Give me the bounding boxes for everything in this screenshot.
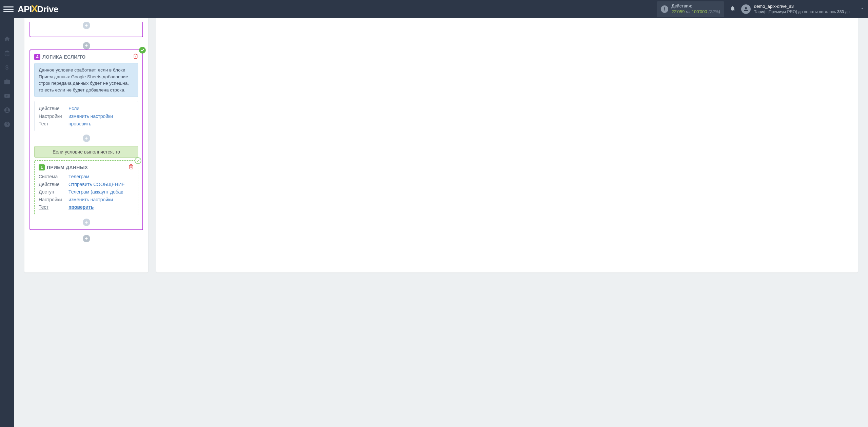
- kv-row: Тестпроверить: [39, 203, 134, 211]
- condition-bar: Если условие выполняется, то: [34, 146, 138, 158]
- tariff-info: Тариф |Премиум PRO| до оплаты осталось 2…: [754, 9, 850, 15]
- username: demo_apix-drive_s3: [754, 4, 850, 9]
- workflow-panel: + + 4 ЛОГИКА ЕСЛИ/ТО Данное условие сраб…: [24, 18, 148, 272]
- logo[interactable]: APIXDrive: [18, 3, 58, 15]
- sidebar-dollar-icon[interactable]: [0, 60, 14, 75]
- kv-row: Настройкиизменить настройки: [39, 113, 134, 120]
- block-title: ПРИЕМ ДАННЫХ: [47, 165, 129, 170]
- hamburger-icon[interactable]: [3, 4, 14, 14]
- kv-row: СистемаТелеграм: [39, 173, 134, 180]
- sidebar-youtube-icon[interactable]: [0, 89, 14, 103]
- step-number: 1: [39, 164, 45, 170]
- settings-box: ДействиеЕсли Настройкиизменить настройки…: [34, 101, 138, 131]
- block-title: ЛОГИКА ЕСЛИ/ТО: [42, 54, 133, 60]
- add-step-button[interactable]: +: [83, 135, 90, 142]
- sidebar: [0, 18, 14, 427]
- add-step-button[interactable]: +: [83, 219, 90, 226]
- content: + + 4 ЛОГИКА ЕСЛИ/ТО Данное условие сраб…: [14, 18, 868, 427]
- kv-row: ДоступТелеграм (аккаунт добав: [39, 188, 134, 196]
- main-panel: [156, 18, 858, 272]
- add-block-button[interactable]: +: [83, 235, 90, 242]
- kv-row: ДействиеЕсли: [39, 105, 134, 112]
- sidebar-briefcase-icon[interactable]: [0, 75, 14, 89]
- kv-row: Настройкиизменить настройки: [39, 196, 134, 203]
- info-box: Данное условие сработает, если в блоке П…: [34, 63, 138, 97]
- check-outline-icon: [135, 157, 141, 164]
- check-icon: [139, 47, 146, 54]
- avatar-icon: [741, 4, 751, 14]
- bell-icon[interactable]: [730, 5, 736, 13]
- sidebar-user-icon[interactable]: [0, 103, 14, 117]
- actions-counter[interactable]: i Действия: 22'059 из 100'000 (22%): [657, 1, 724, 17]
- sidebar-help-icon[interactable]: [0, 117, 14, 131]
- workflow-block-nested: 1 ПРИЕМ ДАННЫХ СистемаТелеграм ДействиеО…: [34, 160, 138, 215]
- user-menu[interactable]: demo_apix-drive_s3 Тариф |Премиум PRO| д…: [741, 4, 865, 15]
- kv-row: ДействиеОтправить СООБЩЕНИЕ: [39, 181, 134, 188]
- header: APIXDrive i Действия: 22'059 из 100'000 …: [0, 0, 868, 18]
- step-number: 4: [34, 54, 40, 60]
- trash-icon[interactable]: [129, 164, 134, 171]
- workflow-block-logic: 4 ЛОГИКА ЕСЛИ/ТО Данное условие сработае…: [29, 49, 143, 230]
- add-step-button[interactable]: +: [83, 22, 90, 29]
- kv-row: Тестпроверить: [39, 120, 134, 127]
- sidebar-home-icon[interactable]: [0, 32, 14, 46]
- info-icon: i: [661, 5, 668, 13]
- actions-label: Действия:: [672, 3, 720, 9]
- add-block-button[interactable]: +: [83, 42, 90, 49]
- sidebar-sitemap-icon[interactable]: [0, 46, 14, 60]
- workflow-block-top: +: [29, 22, 143, 37]
- trash-icon[interactable]: [133, 54, 138, 60]
- chevron-down-icon: [860, 6, 865, 12]
